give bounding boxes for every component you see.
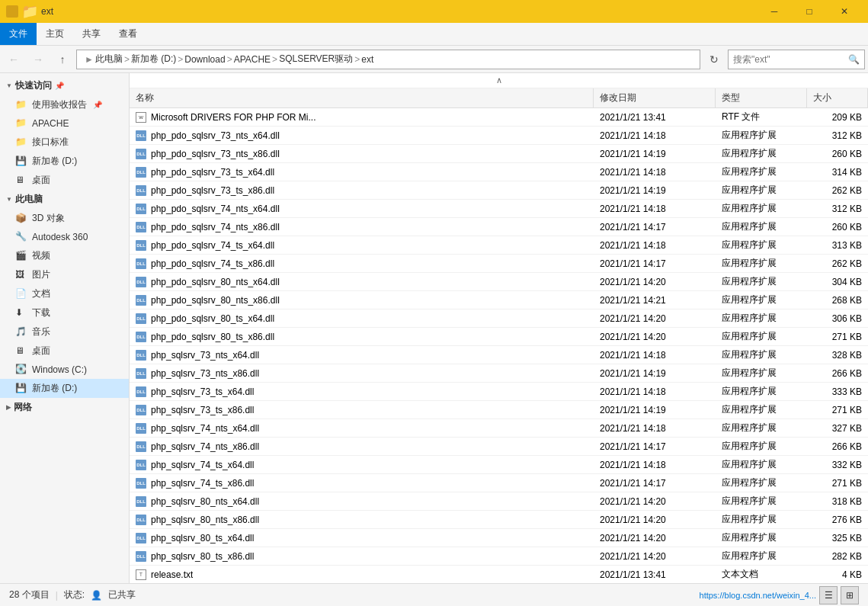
file-size: 271 KB <box>807 401 868 418</box>
table-row[interactable]: DLL php_sqlsrv_73_ts_x64.dll 2021/1/21 1… <box>130 383 868 401</box>
file-name: php_pdo_sqlsrv_80_nts_x64.dll <box>151 277 280 287</box>
view-detail-button[interactable]: ☰ <box>819 586 838 604</box>
minimize-button[interactable]: ─ <box>757 0 792 23</box>
file-date: 2021/1/21 14:18 <box>594 419 716 437</box>
quick-access-chevron: ▼ <box>6 82 12 89</box>
sidebar-item-downloads[interactable]: ⬇ 下载 <box>0 303 129 322</box>
table-row[interactable]: DLL php_sqlsrv_80_nts_x86.dll 2021/1/21 … <box>130 511 868 529</box>
file-size: 304 KB <box>807 273 868 290</box>
table-row[interactable]: W Microsoft DRIVERS FOR PHP FOR Mi... 20… <box>130 108 868 127</box>
folder-icon: 📁 <box>15 117 27 130</box>
table-row[interactable]: DLL php_pdo_sqlsrv_73_nts_x86.dll 2021/1… <box>130 145 868 163</box>
file-date: 2021/1/21 14:19 <box>594 181 716 199</box>
back-button[interactable]: ← <box>3 49 24 70</box>
sidebar-item-music[interactable]: 🎵 音乐 <box>0 322 129 341</box>
table-row[interactable]: DLL php_sqlsrv_80_nts_x64.dll 2021/1/21 … <box>130 492 868 511</box>
path-ext[interactable]: ext <box>361 54 373 65</box>
sidebar-item-winc[interactable]: 💽 Windows (C:) <box>0 361 129 379</box>
quick-access-header[interactable]: ▼ 快速访问 📌 <box>0 76 129 95</box>
forward-button[interactable]: → <box>27 49 49 70</box>
sort-bar[interactable]: ∧ <box>130 73 868 88</box>
table-row[interactable]: DLL php_pdo_sqlsrv_80_nts_x64.dll 2021/1… <box>130 273 868 291</box>
title-text: ext <box>41 6 53 17</box>
sidebar-item-autodesk-label: Autodesk 360 <box>32 232 88 242</box>
file-icon: DLL <box>136 423 146 434</box>
table-row[interactable]: DLL php_sqlsrv_73_nts_x64.dll 2021/1/21 … <box>130 346 868 364</box>
newvold-icon: 💾 <box>15 383 27 395</box>
sidebar-item-desktop2[interactable]: 🖥 桌面 <box>0 341 129 361</box>
menu-home[interactable]: 主页 <box>37 23 73 45</box>
sidebar-item-documents[interactable]: 📄 文档 <box>0 284 129 303</box>
table-row[interactable]: DLL php_pdo_sqlsrv_74_ts_x86.dll 2021/1/… <box>130 255 868 273</box>
menu-file[interactable]: 文件 <box>0 23 37 45</box>
table-row[interactable]: DLL php_sqlsrv_80_ts_x64.dll 2021/1/21 1… <box>130 529 868 547</box>
sidebar-item-videos[interactable]: 🎬 视频 <box>0 246 129 265</box>
network-header[interactable]: ▶ 网络 <box>0 398 129 417</box>
maximize-button[interactable]: □ <box>792 0 827 23</box>
file-size: 328 KB <box>807 346 868 364</box>
table-row[interactable]: T release.txt 2021/1/21 13:41 文本文档 4 KB <box>130 566 868 583</box>
sidebar-item-autodesk[interactable]: 🔧 Autodesk 360 <box>0 228 129 246</box>
table-row[interactable]: DLL php_pdo_sqlsrv_74_nts_x64.dll 2021/1… <box>130 200 868 218</box>
sidebar-item-reports[interactable]: 📁 使用验收报告 📌 <box>0 95 129 114</box>
table-row[interactable]: DLL php_sqlsrv_80_ts_x86.dll 2021/1/21 1… <box>130 547 868 566</box>
sidebar-item-newvold[interactable]: 💾 新加卷 (D:) <box>0 379 129 398</box>
thispc-header[interactable]: ▼ 此电脑 <box>0 190 129 209</box>
sidebar-item-3d[interactable]: 📦 3D 对象 <box>0 209 129 228</box>
table-row[interactable]: DLL php_pdo_sqlsrv_80_ts_x86.dll 2021/1/… <box>130 328 868 346</box>
file-icon: DLL <box>136 222 146 232</box>
table-row[interactable]: DLL php_pdo_sqlsrv_73_ts_x86.dll 2021/1/… <box>130 181 868 200</box>
table-row[interactable]: DLL php_pdo_sqlsrv_80_ts_x64.dll 2021/1/… <box>130 309 868 328</box>
sidebar-item-newvol[interactable]: 💾 新加卷 (D:) <box>0 152 129 171</box>
close-button[interactable]: ✕ <box>827 0 862 23</box>
header-date[interactable]: 修改日期 <box>594 88 716 107</box>
table-row[interactable]: DLL php_pdo_sqlsrv_73_nts_x64.dll 2021/1… <box>130 127 868 145</box>
thispc-chevron: ▼ <box>6 196 12 203</box>
doc-icon: 📄 <box>15 288 27 300</box>
view-icon-button[interactable]: ⊞ <box>841 586 859 604</box>
sidebar-item-desktop2-label: 桌面 <box>32 345 50 358</box>
path-apache[interactable]: APACHE <box>234 54 271 65</box>
table-row[interactable]: DLL php_sqlsrv_74_nts_x86.dll 2021/1/21 … <box>130 438 868 456</box>
video-icon: 🎬 <box>15 250 27 262</box>
sidebar-item-apache[interactable]: 📁 APACHE <box>0 114 129 133</box>
up-button[interactable]: ↑ <box>52 49 73 70</box>
status-label: 状态: <box>64 588 85 601</box>
file-type: 应用程序扩展 <box>716 456 807 473</box>
main-layout: ▼ 快速访问 📌 📁 使用验收报告 📌 📁 APACHE 📁 接口标准 💾 新加… <box>0 73 868 583</box>
path-sqlserver[interactable]: SQLSERVER驱动 <box>279 53 353 66</box>
table-row[interactable]: DLL php_pdo_sqlsrv_74_nts_x86.dll 2021/1… <box>130 218 868 236</box>
table-row[interactable]: DLL php_sqlsrv_74_ts_x64.dll 2021/1/21 1… <box>130 456 868 474</box>
sidebar-item-pictures[interactable]: 🖼 图片 <box>0 265 129 284</box>
table-row[interactable]: DLL php_sqlsrv_74_ts_x86.dll 2021/1/21 1… <box>130 474 868 492</box>
path-thispc[interactable]: 此电脑 <box>95 53 123 66</box>
file-icon: DLL <box>136 149 146 159</box>
table-row[interactable]: DLL php_sqlsrv_74_nts_x64.dll 2021/1/21 … <box>130 419 868 438</box>
table-row[interactable]: DLL php_pdo_sqlsrv_74_ts_x64.dll 2021/1/… <box>130 236 868 255</box>
path-newvol[interactable]: 新加卷 (D:) <box>131 53 176 66</box>
quick-access-label: 快速访问 <box>15 79 52 92</box>
refresh-button[interactable]: ↻ <box>703 49 725 70</box>
sidebar-item-interface[interactable]: 📁 接口标准 <box>0 133 129 152</box>
menu-view[interactable]: 查看 <box>110 23 146 45</box>
file-date: 2021/1/21 14:18 <box>594 383 716 400</box>
file-icon: DLL <box>136 258 146 269</box>
file-name: php_pdo_sqlsrv_73_nts_x86.dll <box>151 149 280 159</box>
file-icon: DLL <box>136 204 146 214</box>
file-date: 2021/1/21 14:17 <box>594 255 716 272</box>
file-date: 2021/1/21 13:41 <box>594 108 716 126</box>
sidebar-item-desktop[interactable]: 🖥 桌面 <box>0 171 129 190</box>
address-path[interactable]: ► 此电脑 > 新加卷 (D:) > Download > APACHE > S… <box>76 50 700 69</box>
table-row[interactable]: DLL php_sqlsrv_73_ts_x86.dll 2021/1/21 1… <box>130 401 868 419</box>
header-type[interactable]: 类型 <box>716 88 807 107</box>
menu-share[interactable]: 共享 <box>73 23 110 45</box>
table-row[interactable]: DLL php_sqlsrv_73_nts_x86.dll 2021/1/21 … <box>130 364 868 383</box>
search-input[interactable] <box>733 54 848 65</box>
header-name[interactable]: 名称 <box>130 88 594 107</box>
file-date: 2021/1/21 14:18 <box>594 163 716 181</box>
drive-icon: 💾 <box>15 156 27 168</box>
path-download[interactable]: Download <box>184 54 225 65</box>
table-row[interactable]: DLL php_pdo_sqlsrv_80_nts_x86.dll 2021/1… <box>130 291 868 309</box>
table-row[interactable]: DLL php_pdo_sqlsrv_73_ts_x64.dll 2021/1/… <box>130 163 868 181</box>
header-size[interactable]: 大小 <box>807 88 868 107</box>
